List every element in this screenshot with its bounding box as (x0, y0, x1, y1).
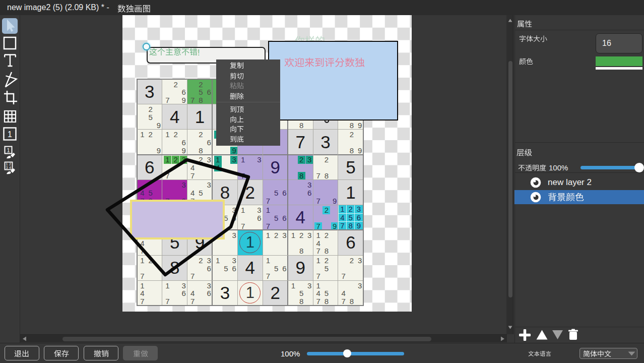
svg-text:3: 3 (6, 166, 8, 169)
svg-text:1: 1 (8, 130, 12, 139)
svg-text:2: 2 (9, 162, 11, 166)
svg-text:1: 1 (7, 147, 10, 153)
svg-text:4: 4 (9, 166, 11, 169)
svg-text:1: 1 (6, 162, 8, 166)
